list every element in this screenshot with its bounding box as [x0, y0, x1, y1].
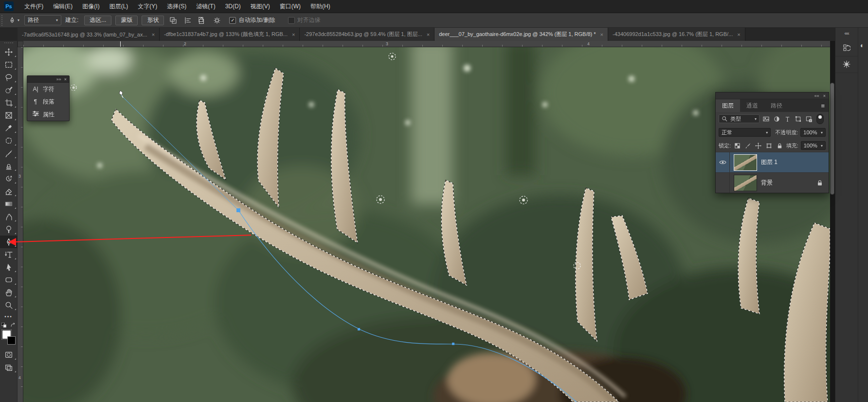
history-panel-icon[interactable]	[835, 39, 858, 56]
navigator-panel-icon[interactable]	[835, 56, 858, 73]
default-and-swap-colors[interactable]	[1, 321, 16, 329]
path-anchor-selected[interactable]	[236, 208, 240, 212]
filter-type-layers-icon[interactable]	[783, 115, 792, 123]
collapse-panels-icon[interactable]: ««	[835, 31, 858, 36]
screen-mode-button[interactable]	[0, 361, 18, 374]
layers-panel-header[interactable]: «« ×	[716, 92, 829, 99]
default-colors-icon[interactable]	[1, 323, 6, 328]
move-tool[interactable]	[0, 46, 18, 58]
menu-type[interactable]: 文字(Y)	[133, 0, 162, 13]
panel-button-character[interactable]: A| 字符	[27, 83, 69, 95]
gradient-tool[interactable]	[0, 198, 18, 210]
make-mask-button[interactable]: 蒙版	[115, 16, 138, 25]
filter-toggle-switch[interactable]	[816, 114, 824, 124]
filter-adjustment-layers-icon[interactable]	[773, 115, 781, 123]
path-anchor[interactable]	[452, 343, 454, 345]
close-icon[interactable]: ×	[600, 32, 603, 37]
type-tool[interactable]	[0, 248, 18, 261]
visibility-toggle[interactable]	[716, 173, 730, 193]
close-icon[interactable]: ×	[823, 93, 826, 98]
shape-tool[interactable]	[0, 274, 18, 286]
menu-image[interactable]: 图像(I)	[77, 0, 104, 13]
menu-edit[interactable]: 编辑(E)	[48, 0, 77, 13]
frame-tool[interactable]	[0, 109, 18, 122]
close-icon[interactable]: ×	[737, 32, 740, 37]
collapse-panel-icon[interactable]: ««	[814, 93, 819, 98]
lock-all-icon[interactable]	[776, 142, 784, 150]
edit-toolbar-button[interactable]: •••	[4, 311, 13, 321]
lock-position-icon[interactable]	[755, 142, 763, 150]
menu-file[interactable]: 文件(F)	[19, 0, 48, 13]
filter-pixel-layers-icon[interactable]	[762, 115, 770, 123]
document-tab[interactable]: -dfbe1c31837a4b7.jpg @ 133% (颜色填充 1, RGB…	[160, 28, 300, 41]
panel-button-properties[interactable]: 属性	[27, 108, 69, 121]
hand-tool[interactable]	[0, 286, 18, 299]
path-alignment-button[interactable]	[184, 17, 192, 24]
path-selection-tool[interactable]	[0, 261, 18, 274]
menu-filter[interactable]: 滤镜(T)	[191, 0, 220, 13]
menu-view[interactable]: 视图(V)	[246, 0, 275, 13]
layer-name[interactable]: 背景	[761, 179, 773, 187]
menu-select[interactable]: 选择(S)	[162, 0, 191, 13]
color-swatches[interactable]	[1, 330, 16, 345]
horizontal-ruler[interactable]: 2 3 4	[23, 41, 830, 47]
tab-paths[interactable]: 路径	[764, 99, 789, 112]
layer-name[interactable]: 图层 1	[761, 158, 778, 166]
swap-colors-icon[interactable]	[10, 323, 16, 328]
document-tab[interactable]: -7ad9ca6f53a16748.jpg @ 33.3% (lamb_07_b…	[18, 28, 160, 41]
brush-tool[interactable]	[0, 147, 18, 160]
dodge-tool[interactable]	[0, 223, 18, 236]
lock-transparency-icon[interactable]	[733, 142, 741, 150]
canvas-vertical-scrollbar[interactable]	[830, 83, 834, 195]
toolbar-grip[interactable]	[4, 42, 13, 45]
expand-panels-icon[interactable]: »»	[56, 77, 61, 82]
document-tab-active[interactable]: deer___07_by_gaothaire-d6mx02e.jpg @ 342…	[434, 28, 608, 41]
canvas-viewport[interactable]	[23, 47, 830, 402]
lock-artboard-icon[interactable]	[765, 142, 773, 150]
background-color-swatch[interactable]	[7, 336, 16, 345]
history-brush-tool[interactable]	[0, 172, 18, 185]
layer-row-background[interactable]: 背景	[716, 172, 829, 193]
tool-preset-picker[interactable]: ▾	[8, 17, 19, 24]
pen-tool[interactable]	[0, 236, 18, 248]
document-tab[interactable]: -297e3dc855284b63.jpg @ 59.4% (图层 1, 图层.…	[300, 28, 434, 41]
tab-layers[interactable]: 图层	[716, 99, 740, 112]
menu-3d[interactable]: 3D(D)	[220, 0, 246, 13]
close-icon[interactable]: ×	[64, 77, 67, 82]
path-mode-select[interactable]: 路径 ▾	[24, 15, 61, 25]
eyedropper-tool[interactable]	[0, 122, 18, 134]
document-tab[interactable]: -43406992d1a1c533.jpg @ 16.7% (图层 1, RGB…	[608, 28, 745, 41]
healing-brush-tool[interactable]	[0, 134, 18, 147]
layer-filter-select[interactable]: 类型 ▾	[719, 114, 760, 123]
adjustments-panel-icon[interactable]: ◐	[860, 41, 864, 49]
blend-mode-select[interactable]: 正常 ▾	[719, 128, 771, 137]
opacity-select[interactable]: 100% ▾	[800, 128, 826, 137]
layer-thumbnail[interactable]	[734, 175, 757, 191]
layer-thumbnail[interactable]	[734, 155, 757, 170]
layer-row-layer1[interactable]: 图层 1	[716, 152, 829, 172]
close-icon[interactable]: ×	[152, 32, 155, 37]
eraser-tool[interactable]	[0, 185, 18, 198]
close-icon[interactable]: ×	[427, 32, 430, 37]
quick-selection-tool[interactable]	[0, 84, 18, 96]
tab-channels[interactable]: 通道	[740, 99, 764, 112]
panel-button-paragraph[interactable]: ¶ 段落	[27, 95, 69, 108]
lasso-tool[interactable]	[0, 71, 18, 84]
menu-help[interactable]: 帮助(H)	[306, 0, 335, 13]
smudge-tool[interactable]	[0, 210, 18, 223]
panel-group-header[interactable]: »» ×	[27, 76, 69, 83]
geometry-options-gear-button[interactable]	[213, 17, 221, 24]
path-arrangement-button[interactable]	[199, 17, 206, 24]
menu-layer[interactable]: 图层(L)	[105, 0, 133, 13]
menu-window[interactable]: 窗口(W)	[275, 0, 306, 13]
visibility-toggle[interactable]	[716, 152, 730, 172]
filter-smart-objects-icon[interactable]	[805, 115, 813, 123]
path-operations-button[interactable]	[169, 17, 177, 24]
crop-tool[interactable]	[0, 96, 18, 109]
lock-pixels-icon[interactable]	[744, 142, 752, 150]
clone-stamp-tool[interactable]	[0, 160, 18, 172]
path-anchor[interactable]	[358, 328, 360, 330]
canvas-image[interactable]	[23, 47, 830, 402]
panel-menu-icon[interactable]: ≡	[821, 99, 829, 112]
filter-shape-layers-icon[interactable]	[794, 115, 802, 123]
